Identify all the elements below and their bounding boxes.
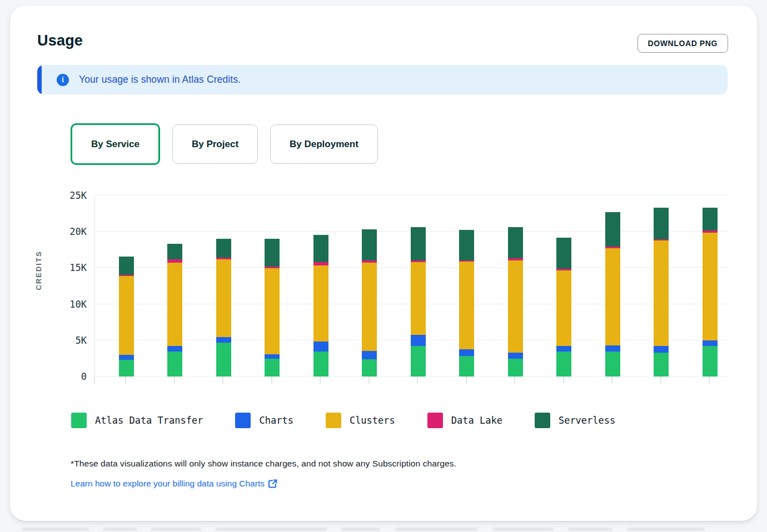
legend-item: Charts bbox=[235, 413, 293, 428]
usage-card: Usage DOWNLOAD PNG i Your usage is shown… bbox=[10, 6, 757, 521]
bar-segment[interactable] bbox=[508, 359, 523, 377]
bar-segment[interactable] bbox=[508, 353, 523, 359]
bar-segment[interactable] bbox=[313, 352, 328, 377]
bar-segment[interactable] bbox=[605, 352, 620, 377]
bar-segment[interactable] bbox=[119, 360, 134, 377]
stacked-bar[interactable] bbox=[459, 195, 474, 377]
bar-segment[interactable] bbox=[411, 335, 426, 346]
bar-segment[interactable] bbox=[313, 235, 328, 262]
bar-segment[interactable] bbox=[265, 354, 280, 359]
stacked-bar[interactable] bbox=[265, 195, 280, 377]
y-axis-ticks: 05K10K15K20K25K bbox=[42, 195, 87, 377]
bar-segment[interactable] bbox=[459, 356, 474, 377]
stacked-bar[interactable] bbox=[411, 195, 426, 377]
x-tick bbox=[125, 377, 126, 384]
bar-segment[interactable] bbox=[313, 342, 328, 352]
bar-segment[interactable] bbox=[362, 263, 377, 351]
bar-segment[interactable] bbox=[703, 208, 718, 230]
legend-label: Data Lake bbox=[451, 415, 502, 426]
x-tick bbox=[466, 377, 467, 384]
bar-segment[interactable] bbox=[605, 212, 620, 247]
stacked-bar[interactable] bbox=[119, 195, 134, 377]
view-tabs: By Service By Project By Deployment bbox=[71, 123, 378, 165]
bar-segment[interactable] bbox=[703, 346, 718, 377]
bar-segment[interactable] bbox=[654, 240, 669, 346]
x-tick bbox=[222, 377, 223, 384]
x-tick bbox=[271, 377, 272, 384]
bar-segment[interactable] bbox=[362, 359, 377, 377]
stacked-bar[interactable] bbox=[556, 195, 571, 377]
bar-segment[interactable] bbox=[362, 229, 377, 260]
tab-by-project[interactable]: By Project bbox=[172, 124, 258, 164]
bar-segment[interactable] bbox=[508, 227, 523, 258]
x-tick bbox=[94, 377, 95, 384]
bar-segment[interactable] bbox=[265, 239, 280, 267]
bar-segment[interactable] bbox=[411, 227, 426, 260]
bar-segment[interactable] bbox=[508, 260, 523, 353]
bar-segment[interactable] bbox=[459, 349, 474, 356]
bar-segment[interactable] bbox=[167, 352, 182, 377]
plot-area bbox=[94, 195, 727, 377]
y-tick-label: 0 bbox=[81, 371, 87, 382]
x-tick bbox=[660, 377, 661, 384]
legend-swatch bbox=[535, 413, 550, 428]
bar-segment[interactable] bbox=[119, 355, 134, 360]
bar-segment[interactable] bbox=[556, 238, 571, 269]
bar-segment[interactable] bbox=[265, 268, 280, 354]
download-png-button[interactable]: DOWNLOAD PNG bbox=[637, 34, 728, 53]
legend-label: Clusters bbox=[350, 415, 395, 426]
bar-segment[interactable] bbox=[167, 263, 182, 345]
x-tick bbox=[611, 377, 612, 384]
tab-by-service[interactable]: By Service bbox=[71, 123, 160, 165]
bar-segment[interactable] bbox=[556, 352, 571, 377]
legend-item: Serverless bbox=[535, 413, 615, 428]
legend-label: Serverless bbox=[559, 415, 615, 426]
bar-segment[interactable] bbox=[411, 346, 426, 377]
bar-segment[interactable] bbox=[313, 265, 328, 342]
bar-segment[interactable] bbox=[556, 270, 571, 346]
y-tick-label: 5K bbox=[76, 335, 87, 346]
page-title: Usage bbox=[37, 32, 83, 49]
bar-segment[interactable] bbox=[265, 359, 280, 377]
bar-segment[interactable] bbox=[703, 340, 718, 346]
stacked-bar[interactable] bbox=[508, 195, 523, 377]
bar-segment[interactable] bbox=[216, 343, 231, 377]
bar-segment[interactable] bbox=[605, 248, 620, 345]
bar-segment[interactable] bbox=[167, 346, 182, 352]
bar-segment[interactable] bbox=[167, 244, 182, 259]
stacked-bar[interactable] bbox=[703, 195, 718, 377]
bar-segment[interactable] bbox=[411, 262, 426, 335]
bar-segment[interactable] bbox=[459, 230, 474, 260]
billing-data-charts-link[interactable]: Learn how to explore your billing data u… bbox=[71, 479, 277, 489]
link-label: Learn how to explore your billing data u… bbox=[71, 479, 265, 489]
stacked-bar[interactable] bbox=[216, 195, 231, 377]
bar-segment[interactable] bbox=[216, 337, 231, 343]
bar-segment[interactable] bbox=[216, 259, 231, 337]
bar-segment[interactable] bbox=[119, 276, 134, 354]
cutoff-background-content bbox=[22, 528, 745, 532]
stacked-bar[interactable] bbox=[313, 195, 328, 377]
bar-segment[interactable] bbox=[654, 353, 669, 377]
stacked-bar[interactable] bbox=[362, 195, 377, 377]
legend-item: Atlas Data Transfer bbox=[71, 413, 203, 428]
banner-accent-stripe bbox=[37, 65, 42, 94]
stacked-bar[interactable] bbox=[654, 195, 669, 377]
legend-swatch bbox=[235, 413, 251, 428]
bar-segment[interactable] bbox=[605, 345, 620, 352]
bar-segment[interactable] bbox=[362, 351, 377, 359]
bar-segment[interactable] bbox=[556, 346, 571, 352]
legend-item: Clusters bbox=[326, 413, 395, 428]
bar-segment[interactable] bbox=[703, 233, 718, 340]
bar-segment[interactable] bbox=[119, 257, 134, 275]
stacked-bar[interactable] bbox=[167, 195, 182, 377]
bar-segment[interactable] bbox=[654, 346, 669, 353]
tab-by-deployment[interactable]: By Deployment bbox=[270, 124, 378, 164]
chart-legend: Atlas Data TransferChartsClustersData La… bbox=[71, 413, 615, 428]
info-banner: i Your usage is shown in Atlas Credits. bbox=[37, 65, 728, 94]
bar-segment[interactable] bbox=[459, 262, 474, 349]
bar-segment[interactable] bbox=[216, 239, 231, 258]
banner-text: Your usage is shown in Atlas Credits. bbox=[79, 74, 241, 86]
stacked-bar[interactable] bbox=[605, 195, 620, 377]
bar-segment[interactable] bbox=[654, 208, 669, 239]
y-tick-label: 20K bbox=[69, 226, 87, 237]
